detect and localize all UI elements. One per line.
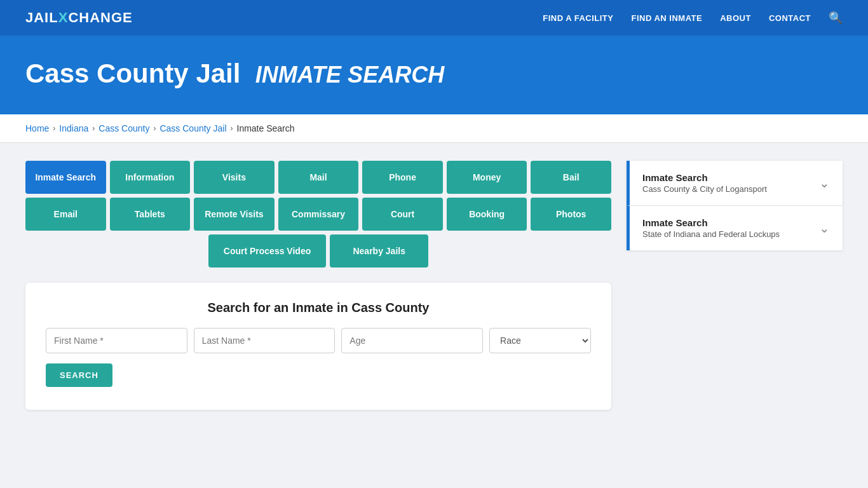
site-logo[interactable]: JAILXCHANGE: [25, 10, 133, 26]
tab-remote-visits[interactable]: Remote Visits: [194, 198, 275, 231]
logo-x-text: X: [58, 10, 69, 26]
left-column: Inmate Search Information Visits Mail Ph…: [25, 161, 611, 410]
breadcrumb-current: Inmate Search: [237, 123, 295, 133]
sidebar-card: Inmate Search Cass County & City of Loga…: [627, 161, 843, 250]
tab-phone[interactable]: Phone: [362, 161, 443, 194]
page-title: Cass County Jail INMATE SEARCH: [25, 58, 843, 89]
search-fields: Race White Black Hispanic Asian Other: [46, 328, 591, 353]
breadcrumb-bar: Home › Indiana › Cass County › Cass Coun…: [0, 114, 868, 143]
breadcrumb-sep-3: ›: [153, 124, 156, 133]
nav-find-facility[interactable]: FIND A FACILITY: [543, 13, 613, 23]
page-title-italic: INMATE SEARCH: [255, 62, 444, 88]
page-title-main: Cass County Jail: [25, 58, 240, 88]
chevron-down-icon: ⌄: [819, 175, 830, 191]
sidebar-item-local[interactable]: Inmate Search Cass County & City of Loga…: [627, 161, 843, 206]
breadcrumb-sep-2: ›: [92, 124, 95, 133]
tab-court-process-video[interactable]: Court Process Video: [208, 234, 326, 268]
tab-mail[interactable]: Mail: [278, 161, 359, 194]
breadcrumb-cass-county[interactable]: Cass County: [98, 123, 149, 133]
nav-about[interactable]: ABOUT: [720, 13, 751, 23]
tabs-row3: Court Process Video Nearby Jails: [25, 234, 611, 268]
nav-contact[interactable]: CONTACT: [769, 13, 811, 23]
sidebar-item-state-title: Inmate Search: [642, 217, 780, 228]
breadcrumb: Home › Indiana › Cass County › Cass Coun…: [25, 123, 843, 133]
sidebar-item-local-text: Inmate Search Cass County & City of Loga…: [642, 172, 767, 194]
tab-inmate-search[interactable]: Inmate Search: [25, 161, 106, 194]
header-search-button[interactable]: 🔍: [829, 11, 843, 25]
sidebar-item-local-subtitle: Cass County & City of Logansport: [642, 184, 767, 194]
breadcrumb-sep-4: ›: [231, 124, 233, 133]
search-title: Search for an Inmate in Cass County: [46, 301, 591, 315]
last-name-input[interactable]: [194, 328, 336, 353]
tab-booking[interactable]: Booking: [447, 198, 527, 231]
tab-money[interactable]: Money: [447, 161, 527, 194]
tab-court[interactable]: Court: [362, 198, 443, 231]
site-header: JAILXCHANGE FIND A FACILITY FIND AN INMA…: [0, 0, 868, 36]
breadcrumb-indiana[interactable]: Indiana: [59, 123, 88, 133]
race-select[interactable]: Race White Black Hispanic Asian Other: [489, 328, 591, 353]
tab-nearby-jails[interactable]: Nearby Jails: [330, 234, 428, 268]
chevron-down-icon-2: ⌄: [819, 220, 830, 236]
tab-email[interactable]: Email: [25, 198, 106, 231]
sidebar-item-local-title: Inmate Search: [642, 172, 767, 183]
search-button[interactable]: SEARCH: [46, 363, 112, 387]
tab-tablets[interactable]: Tablets: [110, 198, 191, 231]
sidebar-item-state[interactable]: Inmate Search State of Indiana and Feder…: [627, 206, 843, 250]
age-input[interactable]: [341, 328, 483, 353]
tabs-row2: Email Tablets Remote Visits Commissary C…: [25, 198, 611, 231]
tab-bail[interactable]: Bail: [531, 161, 611, 194]
search-card: Search for an Inmate in Cass County Race…: [25, 283, 611, 410]
main-content: Inmate Search Information Visits Mail Ph…: [0, 143, 868, 428]
logo-jail-text: JAIL: [25, 10, 58, 26]
logo-exchange-text: CHANGE: [68, 10, 132, 26]
right-column: Inmate Search Cass County & City of Loga…: [627, 161, 843, 250]
tabs-row1: Inmate Search Information Visits Mail Ph…: [25, 161, 611, 194]
tab-photos[interactable]: Photos: [531, 198, 611, 231]
tab-information[interactable]: Information: [110, 161, 191, 194]
tab-visits[interactable]: Visits: [194, 161, 275, 194]
breadcrumb-jail[interactable]: Cass County Jail: [159, 123, 226, 133]
main-nav: FIND A FACILITY FIND AN INMATE ABOUT CON…: [543, 11, 843, 25]
first-name-input[interactable]: [46, 328, 187, 353]
breadcrumb-sep-1: ›: [53, 124, 55, 133]
sidebar-item-state-subtitle: State of Indiana and Federal Lockups: [642, 229, 780, 239]
hero-banner: Cass County Jail INMATE SEARCH: [0, 36, 868, 114]
nav-find-inmate[interactable]: FIND AN INMATE: [631, 13, 702, 23]
sidebar-item-state-text: Inmate Search State of Indiana and Feder…: [642, 217, 780, 239]
tab-commissary[interactable]: Commissary: [278, 198, 359, 231]
breadcrumb-home[interactable]: Home: [25, 123, 49, 133]
